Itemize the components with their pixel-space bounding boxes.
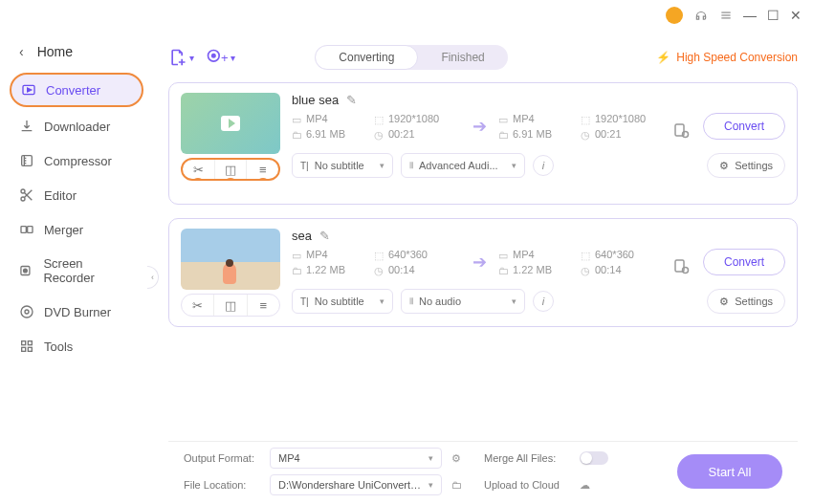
info-icon[interactable]: i <box>533 291 554 312</box>
file-location-select[interactable]: D:\Wondershare UniConverter 1▾ <box>270 474 442 495</box>
play-icon <box>221 116 240 131</box>
high-speed-conversion[interactable]: ⚡ High Speed Conversion <box>656 51 798 64</box>
chevron-down-icon: ▾ <box>380 296 385 306</box>
subtitle-select[interactable]: T|No subtitle▾ <box>292 289 393 314</box>
add-file-button[interactable]: ▾ <box>168 48 194 67</box>
resolution-icon: ⬚ <box>581 114 591 124</box>
effect-button[interactable]: ≡ <box>248 295 279 316</box>
format-icon: ▭ <box>498 250 509 260</box>
format-icon: ▭ <box>498 114 509 124</box>
disc-icon <box>19 304 34 319</box>
trim-button[interactable]: ✂ <box>182 295 214 316</box>
sidebar: ‹ Home Converter Downloader Compressor E… <box>0 31 153 504</box>
svg-rect-16 <box>22 341 26 345</box>
nav-downloader[interactable]: Downloader <box>10 111 143 142</box>
chevron-left-icon: ‹ <box>19 44 24 59</box>
convert-button[interactable]: Convert <box>703 249 785 275</box>
nav-label: Tools <box>44 340 73 354</box>
format-icon: ▭ <box>292 250 302 260</box>
tab-converting[interactable]: Converting <box>315 45 418 70</box>
svg-point-14 <box>21 306 33 318</box>
output-settings-icon[interactable] <box>672 121 690 139</box>
convert-button[interactable]: Convert <box>703 113 785 140</box>
crop-button[interactable]: ◫ <box>215 160 248 179</box>
svg-marker-4 <box>28 88 32 92</box>
close-button[interactable]: ✕ <box>790 8 802 23</box>
minimize-button[interactable]: — <box>744 8 756 23</box>
output-settings-gear-icon[interactable]: ⚙ <box>451 452 474 465</box>
video-thumbnail[interactable] <box>181 93 280 154</box>
arrow-right-icon: ➔ <box>460 252 498 273</box>
resolution-icon: ⬚ <box>581 250 591 260</box>
merge-label: Merge All Files: <box>484 452 570 464</box>
grid-icon <box>19 339 34 354</box>
nav-tools[interactable]: Tools <box>10 331 143 362</box>
nav-compressor[interactable]: Compressor <box>10 145 143 176</box>
nav-label: Merger <box>44 223 83 237</box>
format-icon: ▭ <box>292 114 302 124</box>
audio-value: Advanced Audi... <box>419 160 498 171</box>
chevron-down-icon: ▾ <box>189 53 194 63</box>
cloud-icon[interactable]: ☁ <box>580 479 637 492</box>
svg-point-15 <box>25 310 29 314</box>
download-icon <box>19 119 34 134</box>
compressor-icon <box>19 153 34 168</box>
audio-select[interactable]: ⦀No audio▾ <box>401 289 525 314</box>
audio-icon: ⦀ <box>409 160 413 171</box>
start-all-button[interactable]: Start All <box>677 454 782 489</box>
video-thumbnail[interactable] <box>181 229 280 290</box>
size-icon: 🗀 <box>292 265 302 275</box>
add-disc-button[interactable]: + ▾ <box>206 48 235 67</box>
output-settings-icon[interactable] <box>672 257 690 274</box>
info-icon[interactable]: i <box>533 155 554 176</box>
menu-icon[interactable] <box>719 9 733 22</box>
trim-button[interactable]: ✂ <box>183 160 215 179</box>
clock-icon: ◷ <box>374 129 385 140</box>
src-format: MP4 <box>306 249 328 260</box>
src-size: 1.22 MB <box>306 264 345 275</box>
settings-label: Settings <box>735 160 773 171</box>
nav-merger[interactable]: Merger <box>10 214 143 245</box>
nav-dvd-burner[interactable]: DVD Burner <box>10 296 143 327</box>
effect-button[interactable]: ≡ <box>247 160 278 179</box>
svg-point-21 <box>212 55 215 57</box>
task-card: ✂ ◫ ≡ blue sea ✎ ▭MP4 ⬚ <box>168 82 798 205</box>
file-location-value: D:\Wondershare UniConverter 1 <box>278 479 423 491</box>
task-settings-button[interactable]: ⚙Settings <box>707 153 785 178</box>
bottom-bar: Output Format: MP4▾ ⚙ Merge All Files: S… <box>168 441 798 496</box>
merge-toggle[interactable] <box>580 451 608 465</box>
nav-converter[interactable]: Converter <box>10 73 143 107</box>
high-speed-label: High Speed Conversion <box>676 51 798 64</box>
tab-finished[interactable]: Finished <box>418 45 507 70</box>
dst-resolution: 640*360 <box>595 249 634 260</box>
audio-select[interactable]: ⦀Advanced Audi...▾ <box>401 153 525 178</box>
nav-screen-recorder[interactable]: Screen Recorder <box>10 249 143 293</box>
audio-icon: ⦀ <box>409 296 413 307</box>
nav-label: Downloader <box>44 120 110 134</box>
nav-editor[interactable]: Editor <box>10 180 143 210</box>
open-folder-icon[interactable]: 🗀 <box>451 479 474 491</box>
output-format-select[interactable]: MP4▾ <box>270 448 442 469</box>
settings-label: Settings <box>735 296 773 307</box>
dst-resolution: 1920*1080 <box>595 113 646 124</box>
edit-title-icon[interactable]: ✎ <box>346 93 357 107</box>
lightning-icon: ⚡ <box>656 51 670 64</box>
chevron-down-icon: ▾ <box>512 161 516 170</box>
src-format: MP4 <box>306 113 328 124</box>
file-location-label: File Location: <box>184 479 260 491</box>
svg-rect-11 <box>28 227 33 233</box>
clock-icon: ◷ <box>581 265 591 275</box>
maximize-button[interactable]: ☐ <box>767 8 779 23</box>
subtitle-select[interactable]: T|No subtitle▾ <box>292 153 393 178</box>
src-duration: 00:21 <box>388 128 415 140</box>
task-settings-button[interactable]: ⚙Settings <box>707 289 785 314</box>
crop-button[interactable]: ◫ <box>214 295 247 316</box>
headset-icon[interactable] <box>694 9 708 22</box>
svg-point-7 <box>21 197 25 201</box>
edit-title-icon[interactable]: ✎ <box>319 229 330 243</box>
svg-point-6 <box>21 189 25 193</box>
dst-duration: 00:14 <box>595 264 622 275</box>
account-icon[interactable] <box>666 7 683 24</box>
thumb-actions: ✂ ◫ ≡ <box>181 294 280 317</box>
back-home[interactable]: ‹ Home <box>10 40 143 73</box>
